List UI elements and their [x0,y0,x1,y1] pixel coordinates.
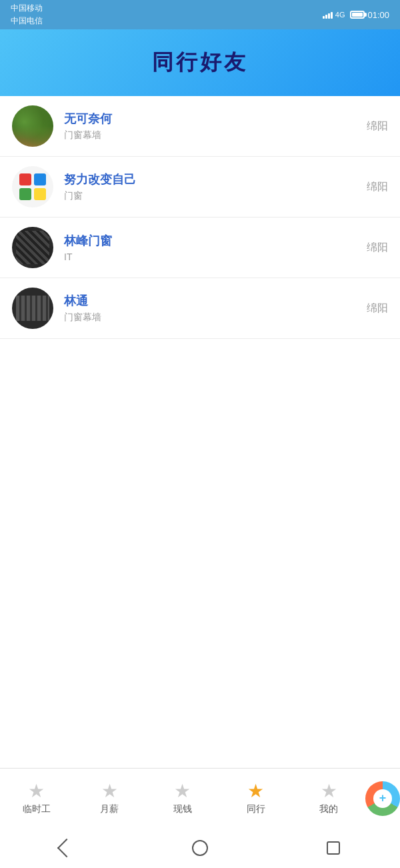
time-display: 01:00 [367,10,389,20]
svg-rect-2 [19,188,31,200]
friend-tag: 门窗 [64,190,367,202]
nav-star-icon: ★ [321,782,337,801]
avatar [12,166,53,207]
friend-info: 无可奈何 门窗幕墙 [64,111,367,141]
home-button[interactable] [183,835,217,861]
page-header: 同行好友 [0,29,400,96]
friend-info: 林峰门窗 IT [64,233,367,262]
friend-location: 绵阳 [367,302,388,316]
list-item[interactable]: 努力改变自己 门窗 绵阳 [0,157,400,218]
signal-icon [323,11,333,19]
friend-location: 绵阳 [367,119,388,133]
friend-name: 林峰门窗 [64,233,367,249]
status-right: 4G 01:00 [323,10,389,20]
nav-star-icon-active: ★ [247,782,264,801]
list-item[interactable]: 林峰门窗 IT 绵阳 [0,218,400,278]
recents-button[interactable] [317,835,350,861]
recent-square-icon [327,841,340,855]
nav-item-wode[interactable]: ★ 我的 [292,782,365,815]
back-button[interactable] [50,835,83,861]
list-item[interactable]: 无可奈何 门窗幕墙 绵阳 [0,96,400,157]
nav-special-icon: + [373,789,392,808]
friend-tag: 门窗幕墙 [64,129,367,141]
svg-rect-3 [34,188,46,200]
nav-label: 月薪 [100,803,119,815]
home-circle-icon [192,840,208,856]
network-type: 4G [335,11,345,19]
nav-item-xianjian[interactable]: ★ 现钱 [146,782,219,815]
status-bar: 中国移动 中国电信 4G 01:00 [0,0,400,29]
avatar [12,288,53,329]
nav-label: 同行 [247,803,265,815]
nav-item-tonghang[interactable]: ★ 同行 [219,782,293,815]
svg-rect-1 [34,173,46,185]
nav-star-icon: ★ [101,782,118,801]
friend-name: 林通 [64,293,367,309]
nav-label: 我的 [319,803,338,815]
cube-svg [18,172,47,201]
nav-item-linsigong[interactable]: ★ 临时工 [0,782,73,815]
nav-label: 现钱 [173,803,192,815]
friend-location: 绵阳 [367,180,388,194]
back-arrow-icon [57,839,76,857]
friend-list: 无可奈何 门窗幕墙 绵阳 努力改变自己 门窗 绵阳 [0,96,400,339]
nav-item-yuexin[interactable]: ★ 月薪 [73,782,147,815]
avatar [12,105,53,147]
friend-name: 无可奈何 [64,111,367,127]
friend-info: 林通 门窗幕墙 [64,293,367,324]
friend-tag: 门窗幕墙 [64,312,367,324]
avatar [12,227,53,268]
carrier-info: 中国移动 中国电信 [11,3,43,27]
svg-rect-0 [19,173,31,185]
page-title: 同行好友 [152,48,248,77]
carrier1: 中国移动 [11,3,43,14]
friend-location: 绵阳 [367,241,388,255]
nav-star-icon: ★ [174,782,191,801]
friend-tag: IT [64,252,367,262]
nav-special-button[interactable]: + [365,781,400,816]
system-nav-bar [0,828,400,868]
bottom-nav: ★ 临时工 ★ 月薪 ★ 现钱 ★ 同行 ★ 我的 + [0,768,400,828]
nav-label: 临时工 [23,803,51,815]
battery-icon [350,11,365,19]
friend-info: 努力改变自己 门窗 [64,171,367,202]
nav-star-icon: ★ [28,782,45,801]
friend-name: 努力改变自己 [64,171,367,187]
carrier2: 中国电信 [11,15,43,27]
list-item[interactable]: 林通 门窗幕墙 绵阳 [0,278,400,339]
